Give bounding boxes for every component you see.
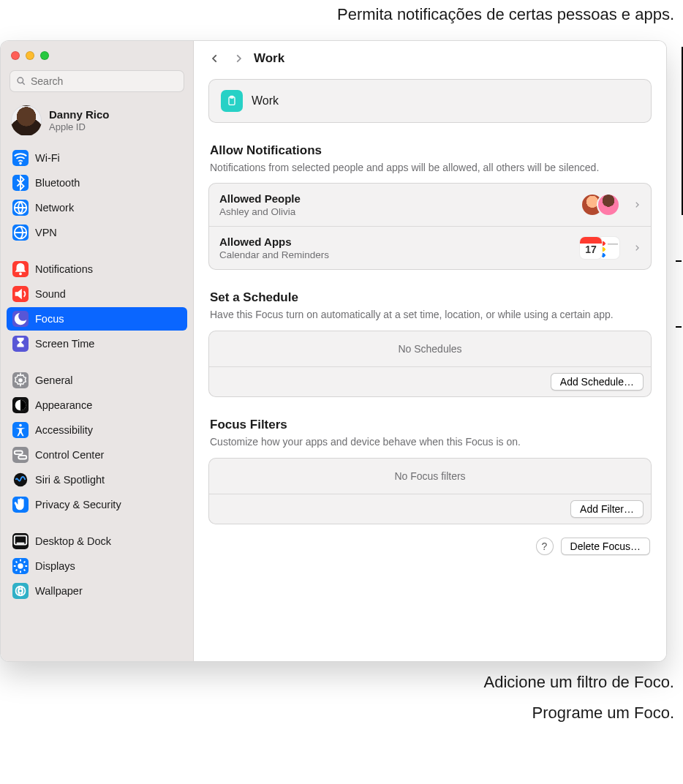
calendar-app-icon: [579, 236, 603, 260]
sidebar-item-wallpaper[interactable]: Wallpaper: [7, 579, 187, 603]
display-icon: [12, 558, 29, 574]
sidebar-list: Wi-FiBluetoothNetworkVPNNotificationsSou…: [1, 146, 193, 608]
sidebar-item-label: VPN: [35, 227, 57, 238]
sidebar-item-label: Privacy & Security: [35, 499, 121, 510]
allowed-people-row[interactable]: Allowed People Ashley and Olivia: [209, 184, 651, 226]
svg-point-0: [18, 78, 23, 83]
settings-window: Danny Rico Apple ID Wi-FiBluetoothNetwor…: [0, 40, 667, 662]
sidebar-item-label: Appearance: [35, 399, 92, 411]
annotation-add-schedule: Programe um Foco.: [0, 703, 683, 724]
vpn-icon: [12, 225, 29, 241]
sidebar-item-displays[interactable]: Displays: [7, 554, 187, 578]
allowed-people-title: Allowed People: [219, 192, 578, 205]
user-avatar: [11, 105, 42, 136]
moon-icon: [12, 311, 29, 327]
dock-icon: [12, 533, 29, 549]
wifi-icon: [12, 150, 29, 166]
sidebar-item-vpn[interactable]: VPN: [7, 221, 187, 244]
appearance-icon: [12, 397, 29, 413]
filters-group: No Focus filters Add Filter…: [208, 458, 652, 524]
sidebar-item-label: Siri & Spotlight: [35, 474, 105, 486]
wallpaper-icon: [12, 583, 29, 599]
annotation-top: Permita notificações de certas pessoas e…: [0, 4, 683, 26]
focus-header-card: Work: [208, 79, 652, 123]
filters-empty: No Focus filters: [209, 459, 651, 494]
back-button[interactable]: [207, 53, 223, 64]
chevron-right-icon: [633, 243, 641, 253]
schedule-heading: Set a Schedule: [210, 290, 650, 305]
sidebar-item-label: Focus: [35, 313, 64, 325]
delete-focus-button[interactable]: Delete Focus…: [561, 538, 650, 555]
svg-point-14: [18, 563, 23, 568]
sidebar-item-wi-fi[interactable]: Wi-Fi: [7, 146, 187, 170]
sidebar-item-general[interactable]: General: [7, 369, 187, 392]
schedule-empty: No Schedules: [209, 331, 651, 367]
sidebar-item-notifications[interactable]: Notifications: [7, 257, 187, 281]
sidebar-item-label: Sound: [35, 288, 66, 300]
allowed-apps-row[interactable]: Allowed Apps Calendar and Reminders: [209, 226, 651, 269]
add-schedule-button[interactable]: Add Schedule…: [551, 373, 644, 391]
sidebar-item-label: Bluetooth: [35, 177, 80, 189]
search-input[interactable]: [10, 70, 184, 92]
bluetooth-icon: [12, 175, 29, 191]
zoom-window-button[interactable]: [40, 51, 49, 60]
filters-desc: Customize how your apps and device behav…: [210, 435, 650, 449]
chevron-right-icon: [633, 200, 641, 210]
svg-rect-13: [17, 542, 25, 543]
sidebar-item-label: Notifications: [35, 263, 93, 275]
svg-line-1: [23, 82, 25, 84]
allowed-apps-title: Allowed Apps: [219, 235, 575, 248]
allowed-people-avatars: [588, 193, 620, 216]
page-title: Work: [254, 51, 284, 66]
user-name: Danny Rico: [49, 108, 110, 121]
sidebar-item-label: Wallpaper: [35, 585, 83, 597]
sidebar-item-screen-time[interactable]: Screen Time: [7, 332, 187, 355]
sidebar-item-control-center[interactable]: Control Center: [7, 443, 187, 467]
sidebar-item-focus[interactable]: Focus: [7, 307, 187, 331]
sidebar-item-privacy-security[interactable]: Privacy & Security: [7, 493, 187, 516]
sidebar-item-label: Screen Time: [35, 338, 94, 350]
sidebar-item-siri-spotlight[interactable]: Siri & Spotlight: [7, 468, 187, 491]
svg-point-5: [19, 272, 22, 275]
switches-icon: [12, 447, 29, 463]
content-pane: Work Work Allow Notifications Notificati…: [194, 41, 666, 661]
window-controls: [1, 41, 193, 66]
sidebar-item-network[interactable]: Network: [7, 196, 187, 219]
svg-point-2: [20, 162, 21, 164]
sidebar-item-desktop-dock[interactable]: Desktop & Dock: [7, 529, 187, 553]
accessibility-icon: [12, 422, 29, 438]
allowed-apps-sub: Calendar and Reminders: [219, 249, 575, 260]
svg-rect-10: [18, 456, 26, 459]
globe-icon: [12, 200, 29, 216]
sidebar-item-bluetooth[interactable]: Bluetooth: [7, 171, 187, 195]
annotation-add-filter: Adicione um filtro de Foco.: [0, 672, 683, 693]
add-filter-button[interactable]: Add Filter…: [570, 500, 644, 518]
minimize-window-button[interactable]: [26, 51, 34, 60]
apple-id-row[interactable]: Danny Rico Apple ID: [1, 99, 193, 146]
bell-icon: [12, 261, 29, 277]
sidebar: Danny Rico Apple ID Wi-FiBluetoothNetwor…: [1, 41, 194, 661]
schedule-desc: Have this Focus turn on automatically at…: [210, 308, 650, 322]
sidebar-item-label: General: [35, 374, 73, 386]
notifications-desc: Notifications from selected people and a…: [210, 161, 650, 175]
close-window-button[interactable]: [11, 51, 20, 60]
filters-heading: Focus Filters: [210, 418, 650, 432]
search-field[interactable]: [10, 70, 184, 92]
svg-point-16: [16, 586, 26, 595]
title-bar: Work: [194, 41, 666, 75]
user-sub: Apple ID: [49, 121, 110, 132]
gear-icon: [12, 372, 29, 388]
sidebar-item-appearance[interactable]: Appearance: [7, 393, 187, 417]
focus-name: Work: [252, 94, 279, 108]
siri-icon: [12, 472, 29, 488]
sidebar-item-label: Accessibility: [35, 424, 93, 436]
allowed-apps-icons: [585, 236, 620, 260]
hand-icon: [12, 497, 29, 513]
sidebar-item-sound[interactable]: Sound: [7, 282, 187, 306]
sidebar-item-accessibility[interactable]: Accessibility: [7, 418, 187, 442]
forward-button[interactable]: [230, 53, 246, 64]
sidebar-item-label: Desktop & Dock: [35, 535, 111, 547]
help-button[interactable]: ?: [536, 538, 554, 555]
notifications-heading: Allow Notifications: [210, 143, 650, 158]
sidebar-item-label: Network: [35, 202, 74, 214]
